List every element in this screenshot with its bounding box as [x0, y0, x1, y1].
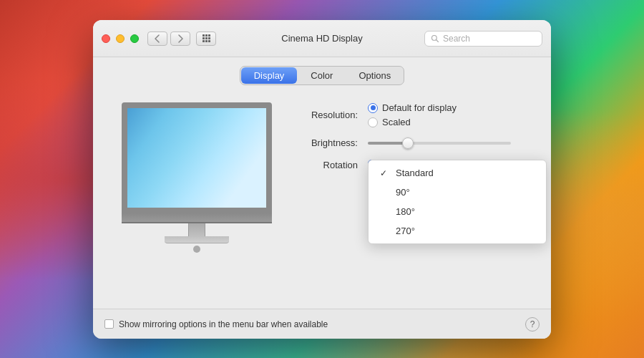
back-button[interactable]	[147, 32, 167, 46]
mirror-checkbox[interactable]	[104, 319, 114, 329]
brightness-label: Brightness:	[293, 137, 358, 148]
rotation-option-270[interactable]: 270°	[369, 221, 546, 241]
tab-group: Display Color Options	[240, 66, 405, 85]
grid-view-button[interactable]	[196, 32, 216, 46]
window-title: Cinema HD Display	[281, 33, 362, 44]
forward-button[interactable]	[170, 32, 190, 46]
tab-options[interactable]: Options	[346, 67, 404, 84]
monitor-neck	[188, 223, 205, 236]
resolution-scaled-option[interactable]: Scaled	[368, 117, 457, 127]
resolution-row: Resolution: Default for display Scaled	[293, 102, 522, 127]
rotation-option-90[interactable]: 90°	[369, 183, 546, 202]
checkbox-area: Show mirroring options in the menu bar w…	[104, 319, 518, 329]
radio-default-circle	[368, 103, 378, 113]
monitor-area: Resolution: Default for display Scaled	[122, 102, 522, 253]
tabs-bar: Display Color Options	[93, 57, 551, 91]
mirror-checkbox-label: Show mirroring options in the menu bar w…	[119, 319, 328, 329]
help-button[interactable]: ?	[525, 317, 540, 332]
brightness-slider-container	[368, 142, 511, 145]
maximize-button[interactable]	[130, 34, 139, 43]
search-placeholder: Search	[443, 34, 470, 44]
grid-icon	[203, 34, 210, 42]
rotation-option-90-label: 90°	[396, 187, 410, 198]
brightness-row: Brightness:	[293, 137, 522, 148]
monitor-logo	[193, 246, 200, 253]
resolution-scaled-label: Scaled	[382, 117, 411, 127]
rotation-option-180-label: 180°	[396, 206, 415, 217]
rotation-option-180[interactable]: 180°	[369, 202, 546, 221]
radio-scaled-circle	[368, 117, 378, 127]
close-button[interactable]	[102, 34, 110, 43]
rotation-option-standard-label: Standard	[396, 168, 434, 178]
resolution-radio-group: Default for display Scaled	[368, 102, 457, 127]
nav-buttons	[147, 32, 190, 46]
settings-panel: Resolution: Default for display Scaled	[293, 102, 522, 186]
rotation-option-270-label: 270°	[396, 226, 415, 236]
brightness-slider-thumb[interactable]	[402, 137, 414, 149]
content-area: Resolution: Default for display Scaled	[93, 91, 551, 281]
tab-color[interactable]: Color	[298, 67, 346, 84]
rotation-container: Standard ▼ ✓ Standard 90°	[368, 160, 461, 176]
search-icon	[431, 34, 439, 43]
check-icon: ✓	[380, 168, 390, 178]
titlebar: Cinema HD Display Search	[93, 20, 551, 57]
bottom-bar: Show mirroring options in the menu bar w…	[93, 309, 551, 339]
preferences-window: Cinema HD Display Search Display Color O…	[93, 20, 551, 339]
minimize-button[interactable]	[116, 34, 125, 43]
rotation-option-standard[interactable]: ✓ Standard	[369, 163, 546, 183]
resolution-default-option[interactable]: Default for display	[368, 102, 457, 113]
rotation-label: Rotation	[293, 160, 358, 170]
monitor-bezel-bottom	[122, 213, 272, 223]
search-bar[interactable]: Search	[424, 31, 542, 47]
rotation-dropdown-menu: ✓ Standard 90° 180°	[368, 160, 547, 244]
help-icon: ?	[530, 319, 535, 329]
resolution-label: Resolution:	[293, 110, 358, 120]
monitor-stand	[165, 236, 229, 243]
resolution-default-label: Default for display	[382, 102, 457, 113]
monitor-screen	[122, 102, 272, 213]
rotation-row: Rotation Standard ▼ ✓ Standard	[293, 158, 522, 176]
monitor-illustration	[122, 102, 272, 253]
brightness-slider-track[interactable]	[368, 142, 511, 145]
tab-display[interactable]: Display	[241, 67, 298, 84]
traffic-lights	[102, 34, 139, 43]
